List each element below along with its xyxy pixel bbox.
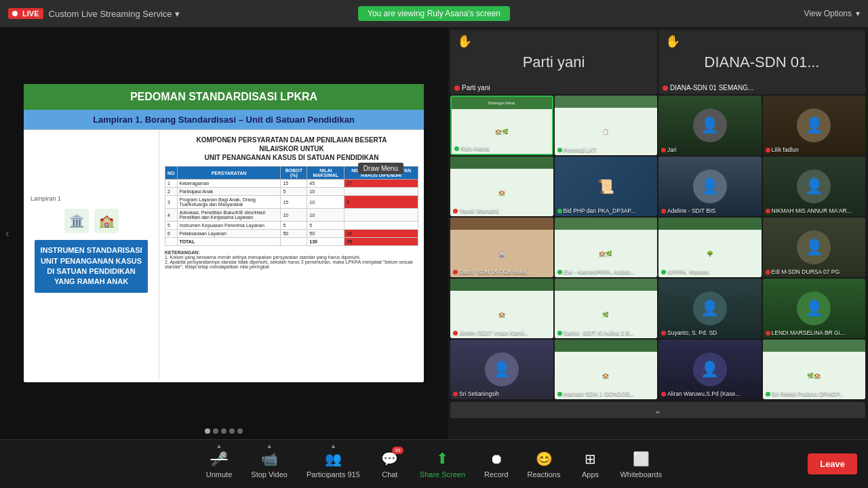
table-row: 2 Partisipasi Anak 5 10 <box>165 188 418 196</box>
tile-elvi[interactable]: 🏫🌿 Elvi - KemenPPPA, Asdep... <box>555 218 658 277</box>
scroll-down-button[interactable]: ⌄ <box>450 402 865 418</box>
live-badge: LIVE <box>8 8 43 19</box>
slide-body-title: INSTRUMEN STANDARISASIUNIT PENANGANAN KA… <box>35 240 147 293</box>
tile-lendi[interactable]: 👤 LENDI MARSELINA BR Gi... <box>763 279 866 338</box>
tile-label-lilik: Lilik fadlun <box>766 146 799 153</box>
service-label[interactable]: Custom Live Streaming Service ▾ <box>49 9 180 19</box>
leave-button[interactable]: Leave <box>808 453 857 474</box>
mic-active-icon <box>661 270 666 274</box>
logo-2: 🏫 <box>94 209 119 233</box>
chat-badge: 99 <box>392 447 403 454</box>
tile-yayuk[interactable]: 🏫 Yayuk Wuryanti <box>450 157 553 216</box>
requirements-table: NO PERSYARATAN BOBOT (%) NILAI MAKSIMAL … <box>165 166 418 246</box>
stop-video-button[interactable]: 📹 ▲ Stop Video <box>241 449 297 479</box>
tile-label-dasril: Dasril_SDN 18 CGB Bukit... <box>453 268 530 275</box>
tile-label-bidphp: Bid PHP dan PKA_DP3AP... <box>557 207 635 214</box>
record-button[interactable]: ⏺ Record <box>475 449 517 479</box>
tile-label-sri-setia: Sri Setianingsih <box>453 390 499 397</box>
video-row-3: 🎡 Dasril_SDN 18 CGB Bukit... 🏫🌿 <box>450 218 865 277</box>
slide-dot-4[interactable] <box>229 428 235 434</box>
tile-sri-rejeki[interactable]: 🌿🏫 Sri Rejeki Padang DPMDP... <box>763 340 866 399</box>
table-row: 5 Instrumen Kepuasan Penerima Layanan 5 … <box>165 222 418 230</box>
presentation-area: ‹ PEDOMAN STANDARDISASI LPKRA Lampiran 1… <box>0 27 448 439</box>
tile-nikmah[interactable]: 👤 NIKMAH MIS ANNUR MA'AR... <box>763 157 866 216</box>
mic-muted-icon <box>453 209 458 214</box>
unmute-button[interactable]: 🎤 ▲ Unmute <box>197 449 242 479</box>
slide-dot-1[interactable] <box>205 428 210 434</box>
chat-button[interactable]: 💬 99 Chat <box>370 449 410 479</box>
tile-suyanto[interactable]: 👤 Suyanto, S. Pd. SD <box>658 279 762 338</box>
tile-jari[interactable]: 👤 Jari <box>658 96 762 155</box>
tile-penmad[interactable]: 📋 Penmad LKT <box>555 96 658 155</box>
tile-ruly-asana[interactable]: Bimbingan Teknis 🏫🌿 Ruly Asana <box>450 96 553 155</box>
slide-navigation <box>205 428 243 434</box>
featured-parti-yani[interactable]: ✋ Parti yani Parti yani <box>450 30 657 94</box>
avatar-suyanto: 👤 <box>693 291 727 325</box>
mic-icon: 🎤 ▲ <box>210 449 229 468</box>
table-row: TOTAL 130 79 <box>165 238 418 246</box>
tile-lilik[interactable]: 👤 Lilik fadlun <box>763 96 866 155</box>
featured-diana[interactable]: ✋ DIANA-SDN 01... DIANA-SDN 01 SEMANG... <box>658 30 865 94</box>
mic-active-icon <box>557 148 562 152</box>
table-row: 6 Pelaksanaan Layanan 50 50 26 <box>165 230 418 238</box>
tile-kpppa[interactable]: 🌳 KPPPA_Rooney <box>658 218 762 277</box>
arrow-up-icon: ▲ <box>330 443 336 449</box>
avatar-sri-setia: 👤 <box>485 352 519 386</box>
avatar-aliran: 👤 <box>693 352 727 386</box>
tile-label-yayuk: Yayuk Wuryanti <box>453 207 499 214</box>
featured-row: ✋ Parti yani Parti yani ✋ DIANA-SDN 01..… <box>450 30 865 94</box>
avatar-lilik: 👤 <box>797 108 831 142</box>
stop-video-label: Stop Video <box>251 470 288 479</box>
mic-muted-icon <box>766 209 770 214</box>
video-row-4: 🏫 JimMy (SDIT Insan Kamil... 🌿 S <box>450 279 865 338</box>
mic-muted-icon <box>453 270 458 274</box>
whiteboards-button[interactable]: ⬜ Whiteboards <box>610 449 671 479</box>
tile-dasril[interactable]: 🎡 Dasril_SDN 18 CGB Bukit... <box>450 218 553 277</box>
tile-aliran[interactable]: 👤 Aliran Waruwu,S.Pd (Kase... <box>658 340 762 399</box>
whiteboards-icon: ⬜ <box>631 449 650 468</box>
mic-muted-icon <box>766 331 770 336</box>
slide-dot-2[interactable] <box>213 428 218 434</box>
tile-label-kpppa: KPPPA_Rooney <box>661 268 709 275</box>
main-area: ‹ PEDOMAN STANDARDISASI LPKRA Lampiran 1… <box>0 27 868 439</box>
tile-sarkin[interactable]: 🌿 Sarkin_SDIT Al Auliya 2 B... <box>555 279 658 338</box>
featured-name: DIANA-SDN 01... <box>705 54 820 71</box>
chevron-down-icon: ▾ <box>856 9 860 18</box>
tile-adeline[interactable]: 👤 Adeline - SDIT BIS <box>658 157 762 216</box>
slide-left-panel: Lampiran 1 🏛️ 🏫 INSTRUMEN STANDARISASIUN… <box>24 130 159 380</box>
tile-bidphp[interactable]: 📜 Bid PHP dan PKA_DP3AP... <box>555 157 658 216</box>
mic-active-icon <box>557 270 562 274</box>
side-nav-arrow[interactable]: ‹ <box>5 226 9 241</box>
apps-button[interactable]: ⊞ Apps <box>570 449 610 479</box>
participants-label: Participants 915 <box>307 470 360 479</box>
chat-icon: 💬 99 <box>380 449 399 468</box>
reactions-label: Reactions <box>528 470 561 479</box>
mic-muted-icon <box>766 270 770 274</box>
mic-muted-icon <box>453 392 458 396</box>
chevron-down-icon: ▾ <box>175 9 180 19</box>
mic-active-icon <box>557 209 562 214</box>
view-options-button[interactable]: View Options ▾ <box>804 9 860 18</box>
record-label: Record <box>484 470 508 479</box>
video-row-5: 👤 Sri Setianingsih 🏫 maryam SDN 1 GONDOS… <box>450 340 865 399</box>
apps-icon: ⊞ <box>580 449 599 468</box>
slide-dot-5[interactable] <box>237 428 243 434</box>
mic-muted-icon <box>661 392 666 396</box>
reactions-button[interactable]: 😊 Reactions <box>518 449 570 479</box>
tile-jimmy[interactable]: 🏫 JimMy (SDIT Insan Kamil... <box>450 279 553 338</box>
participants-button[interactable]: 👥 ▲ Participants 915 <box>297 449 370 479</box>
table-row: 1 Keberagaman 15 45 27 <box>165 180 418 188</box>
table-title: KOMPONEN PERSYARATAN DALAM PENILAIAN BES… <box>165 136 418 162</box>
arrow-up-icon: ▲ <box>216 443 222 449</box>
draw-menu[interactable]: Draw Menu <box>358 163 403 174</box>
share-screen-button[interactable]: ⬆ Share Screen <box>410 449 475 479</box>
tile-sri-setia[interactable]: 👤 Sri Setianingsih <box>450 340 553 399</box>
tile-maryam[interactable]: 🏫 maryam SDN 1 GONDOS... <box>555 340 658 399</box>
slide-subheader: Lampiran 1. Borang Standardisasi – Unit … <box>24 110 424 130</box>
featured-name: Parti yani <box>523 54 585 71</box>
top-bar: LIVE Custom Live Streaming Service ▾ You… <box>0 0 868 27</box>
logo-1: 🏛️ <box>64 209 89 233</box>
slide-dot-3[interactable] <box>221 428 226 434</box>
share-screen-label: Share Screen <box>420 470 465 479</box>
tile-edi[interactable]: 👤 Edi M-SDN DURSA 07 PG <box>763 218 866 277</box>
